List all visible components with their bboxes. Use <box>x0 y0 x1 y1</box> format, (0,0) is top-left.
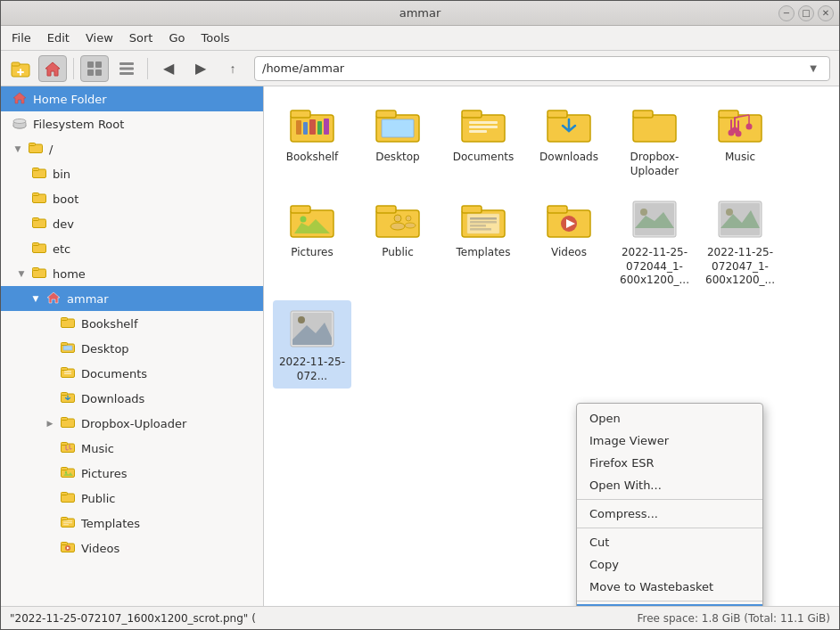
dropbox-uploader-icon <box>631 101 678 147</box>
file-item-pictures-label: Pictures <box>291 246 334 260</box>
sidebar-label-documents: Documents <box>81 367 147 380</box>
svg-rect-5 <box>87 61 94 68</box>
context-menu-image-viewer[interactable]: Image Viewer <box>577 430 762 452</box>
context-menu: Open Image Viewer Firefox ESR Open With.… <box>576 403 763 606</box>
back-button[interactable]: ◀ <box>154 55 183 82</box>
sidebar-item-dropbox-uploader[interactable]: ▶ Dropbox-Uploader <box>1 411 263 436</box>
context-menu-firefox-esr[interactable]: Firefox ESR <box>577 452 762 474</box>
title-bar: ammar − □ ✕ <box>1 1 839 26</box>
svg-rect-11 <box>119 72 134 75</box>
expand-home-icon[interactable]: ▼ <box>15 267 28 280</box>
context-menu-open[interactable]: Open <box>577 407 762 430</box>
file-item-img2[interactable]: 2022-11-25-072047_1-600x1200_... <box>701 191 779 293</box>
sidebar-item-desktop[interactable]: ▶ Desktop <box>1 336 263 361</box>
svg-rect-16 <box>29 143 36 146</box>
file-item-documents[interactable]: Documents <box>444 95 523 184</box>
menu-go[interactable]: Go <box>161 29 192 47</box>
file-item-desktop[interactable]: Desktop <box>358 95 437 184</box>
sidebar-label-bookshelf: Bookshelf <box>81 317 138 331</box>
expand-dropbox-icon[interactable]: ▶ <box>44 417 56 430</box>
svg-rect-38 <box>62 393 68 396</box>
grid-view-button[interactable] <box>80 55 109 82</box>
window-controls: − □ ✕ <box>778 5 834 21</box>
up-button[interactable]: ↑ <box>218 55 247 82</box>
sidebar-item-home[interactable]: ▼ home <box>1 261 263 286</box>
file-item-img3[interactable]: 2022-11-25-072... <box>273 300 351 389</box>
svg-point-90 <box>391 223 405 230</box>
svg-rect-68 <box>462 110 482 118</box>
file-item-img1[interactable]: 2022-11-25-072044_1-600x1200_... <box>615 191 694 293</box>
file-item-videos[interactable]: Videos <box>530 191 608 293</box>
minimize-button[interactable]: − <box>778 5 795 21</box>
svg-rect-47 <box>62 493 68 495</box>
menu-file[interactable]: File <box>4 29 38 47</box>
sidebar-item-videos[interactable]: ▶ Videos <box>1 536 263 560</box>
sidebar-item-downloads[interactable]: ▶ Downloads <box>1 386 263 411</box>
documents-icon <box>460 101 506 147</box>
file-item-dropbox-uploader[interactable]: Dropbox-Uploader <box>615 95 694 184</box>
svg-rect-6 <box>95 61 102 68</box>
sidebar-label-boot: boot <box>53 192 78 206</box>
file-item-img3-label: 2022-11-25-072... <box>276 356 348 383</box>
menu-tools[interactable]: Tools <box>194 29 237 47</box>
desktop-icon <box>375 101 421 147</box>
file-item-bookshelf-label: Bookshelf <box>286 151 339 165</box>
file-item-img1-label: 2022-11-25-072044_1-600x1200_... <box>619 246 690 288</box>
svg-rect-85 <box>291 206 310 213</box>
path-text: /home/ammar <box>262 61 804 75</box>
svg-rect-7 <box>87 70 94 76</box>
file-item-downloads[interactable]: Downloads <box>530 95 608 184</box>
file-item-pictures[interactable]: Pictures <box>273 191 351 293</box>
file-area[interactable]: Bookshelf Desktop <box>264 86 839 606</box>
downloads-folder-icon <box>60 391 76 405</box>
file-item-public[interactable]: Public <box>358 191 437 293</box>
context-menu-sep2 <box>577 528 762 528</box>
sidebar-item-pictures[interactable]: ▶ Pictures <box>1 461 263 486</box>
sidebar-item-etc[interactable]: ▶ etc <box>1 236 263 261</box>
home-button[interactable] <box>38 55 67 82</box>
maximize-button[interactable]: □ <box>798 5 814 21</box>
close-button[interactable]: ✕ <box>818 5 834 21</box>
sidebar-item-filesystem-root[interactable]: Filesystem Root <box>1 111 263 136</box>
sidebar-item-public[interactable]: ▶ Public <box>1 486 263 511</box>
list-view-button[interactable] <box>112 55 141 82</box>
svg-point-112 <box>298 316 305 323</box>
svg-rect-18 <box>33 168 39 171</box>
new-folder-button[interactable] <box>6 55 35 82</box>
forward-button[interactable]: ▶ <box>186 55 215 82</box>
file-item-music[interactable]: Music <box>701 95 779 184</box>
sidebar-item-templates[interactable]: ▶ Templates <box>1 511 263 536</box>
sidebar-item-ammar[interactable]: ▼ ammar <box>1 286 263 311</box>
sidebar-item-dev[interactable]: ▶ dev <box>1 211 263 236</box>
menu-sort[interactable]: Sort <box>122 29 161 47</box>
sidebar-item-bin[interactable]: ▶ bin <box>1 161 263 186</box>
svg-rect-71 <box>469 130 487 133</box>
svg-marker-4 <box>45 62 60 76</box>
file-item-templates[interactable]: Templates <box>444 191 523 293</box>
path-bar[interactable]: /home/ammar ▼ <box>254 56 830 81</box>
context-menu-cut[interactable]: Cut <box>577 531 762 553</box>
context-menu-move-to-wastebasket[interactable]: Move to Wastebasket <box>577 576 762 598</box>
menu-edit[interactable]: Edit <box>40 29 77 47</box>
sidebar-item-root[interactable]: ▼ / <box>1 136 263 161</box>
sidebar-item-documents[interactable]: ▶ Documents <box>1 361 263 386</box>
context-menu-compress[interactable]: Compress... <box>577 503 762 525</box>
home-dir-folder-icon <box>31 266 47 281</box>
svg-rect-20 <box>33 193 39 196</box>
sidebar-item-bookshelf[interactable]: ▶ Bookshelf <box>1 311 263 336</box>
sidebar-item-home-folder[interactable]: Home Folder <box>1 86 263 111</box>
boot-folder-icon <box>31 192 47 206</box>
menu-view[interactable]: View <box>78 29 120 47</box>
context-menu-copy-paths[interactable]: Copy Path(s) <box>577 604 762 606</box>
main-area: Home Folder Filesystem Root ▼ <box>1 86 839 606</box>
sidebar-item-music[interactable]: ▶ Music <box>1 436 263 461</box>
path-dropdown-button[interactable]: ▼ <box>804 60 822 78</box>
context-menu-open-with[interactable]: Open With... <box>577 474 762 496</box>
expand-ammar-icon[interactable]: ▼ <box>29 292 42 305</box>
svg-rect-75 <box>633 110 653 118</box>
expand-root-icon[interactable]: ▼ <box>12 143 24 155</box>
file-item-bookshelf[interactable]: Bookshelf <box>273 95 351 184</box>
sidebar-item-boot[interactable]: ▶ boot <box>1 186 263 211</box>
svg-point-89 <box>394 215 401 222</box>
context-menu-copy[interactable]: Copy <box>577 553 762 576</box>
